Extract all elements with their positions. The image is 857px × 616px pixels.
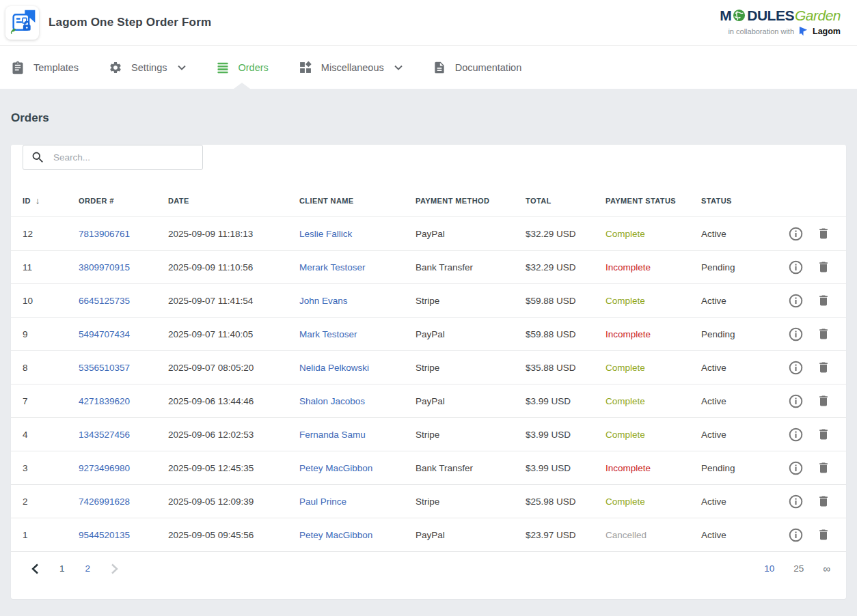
cell-payment-method: Stripe — [416, 430, 526, 440]
table-body: 12 7813906761 2025-09-09 11:18:13 Leslie… — [11, 217, 846, 552]
cell-total: $32.29 USD — [526, 229, 606, 239]
delete-button[interactable] — [817, 260, 830, 275]
details-button[interactable] — [788, 293, 804, 309]
order-number-link[interactable]: 1343527456 — [79, 430, 130, 440]
column-header-status[interactable]: STATUS — [701, 197, 778, 205]
details-button[interactable] — [788, 360, 804, 376]
modulesgarden-logo[interactable]: M DULES Garden in collaboration with Lag… — [720, 8, 841, 38]
client-name-link[interactable]: Shalon Jacobos — [299, 396, 365, 406]
details-button[interactable] — [788, 460, 804, 476]
nav-label-templates: Templates — [33, 62, 79, 73]
details-button[interactable] — [788, 226, 804, 242]
column-header-id[interactable]: ID ↓ — [23, 195, 79, 206]
delete-button[interactable] — [817, 494, 830, 509]
app-header: Lagom One Step Order Form M DULES Garden… — [0, 0, 857, 46]
sort-desc-icon: ↓ — [36, 195, 40, 206]
client-name-link[interactable]: Mark Testoser — [299, 329, 357, 339]
payment-status-badge: Incomplete — [606, 463, 701, 473]
nav-item-miscellaneous[interactable]: Miscellaneous — [299, 46, 403, 89]
cell-id: 12 — [23, 229, 79, 239]
delete-button[interactable] — [817, 393, 830, 408]
delete-button[interactable] — [817, 427, 830, 442]
column-header-order[interactable]: ORDER # — [79, 197, 168, 205]
cell-id: 11 — [23, 262, 79, 272]
order-number-link[interactable]: 5494707434 — [79, 329, 130, 339]
order-number-link[interactable]: 4271839620 — [79, 396, 130, 406]
delete-button[interactable] — [817, 326, 830, 341]
nav-label-miscellaneous: Miscellaneous — [321, 62, 384, 73]
cell-payment-method: PayPal — [416, 229, 526, 239]
table-row: 1 9544520135 2025-09-05 09:45:56 Petey M… — [11, 518, 846, 552]
payment-status-badge: Incomplete — [606, 329, 701, 339]
page-number-1[interactable]: 1 — [59, 563, 65, 574]
client-name-link[interactable]: Petey MacGibbon — [299, 530, 372, 540]
column-header-date[interactable]: DATE — [168, 197, 299, 205]
details-button[interactable] — [788, 260, 804, 275]
nav-label-orders: Orders — [239, 62, 269, 73]
page-size-selector: 10 25 ∞ — [764, 563, 830, 574]
order-number-link[interactable]: 7426991628 — [79, 496, 130, 507]
client-name-link[interactable]: Nelida Pelkowski — [299, 363, 369, 373]
column-header-total[interactable]: TOTAL — [526, 197, 606, 205]
page-size-25[interactable]: 25 — [793, 563, 804, 574]
delete-button[interactable] — [817, 527, 830, 542]
payment-status-badge: Complete — [606, 430, 701, 440]
order-number-link[interactable]: 9273496980 — [79, 463, 130, 473]
client-name-link[interactable]: Merark Testoser — [299, 262, 366, 272]
nav-item-settings[interactable]: Settings — [109, 46, 185, 89]
delete-button[interactable] — [817, 226, 830, 241]
table-row: 7 4271839620 2025-09-06 13:44:46 Shalon … — [11, 384, 846, 418]
page-number-2[interactable]: 2 — [85, 563, 91, 574]
details-button[interactable] — [788, 427, 804, 443]
pagination-bar: 1 2 10 25 ∞ — [11, 552, 846, 585]
page-size-10[interactable]: 10 — [764, 563, 774, 574]
lagom-logo-icon — [798, 26, 808, 38]
cell-payment-method: Bank Transfer — [416, 463, 526, 473]
trash-icon — [817, 260, 830, 275]
table-row: 11 3809970915 2025-09-09 11:10:56 Merark… — [11, 251, 846, 284]
nav-item-templates[interactable]: Templates — [11, 46, 79, 89]
client-name-link[interactable]: Petey MacGibbon — [299, 463, 372, 473]
client-name-link[interactable]: Paul Prince — [299, 496, 346, 507]
column-header-payment-status[interactable]: PAYMENT STATUS — [606, 197, 701, 205]
column-header-method[interactable]: PAYMENT METHOD — [416, 197, 526, 205]
client-name-link[interactable]: John Evans — [299, 296, 348, 306]
order-number-link[interactable]: 9544520135 — [79, 530, 130, 540]
order-number-link[interactable]: 7813906761 — [79, 229, 130, 239]
order-number-link[interactable]: 3809970915 — [79, 262, 130, 272]
module-nav: Templates Settings Orders — [0, 46, 857, 89]
cell-id: 4 — [23, 430, 79, 440]
details-button[interactable] — [788, 494, 804, 509]
nav-item-documentation[interactable]: Documentation — [433, 46, 522, 89]
order-number-link[interactable]: 6645125735 — [79, 296, 130, 306]
cell-id: 2 — [23, 496, 79, 507]
next-page-icon[interactable] — [111, 563, 118, 574]
cell-date: 2025-09-05 12:09:39 — [168, 496, 299, 507]
delete-button[interactable] — [817, 293, 830, 308]
cell-id: 1 — [23, 530, 79, 540]
client-name-link[interactable]: Fernanda Samu — [299, 430, 366, 440]
trash-icon — [817, 360, 830, 375]
list-icon — [216, 61, 230, 74]
column-header-client[interactable]: CLIENT NAME — [299, 197, 416, 205]
gear-icon — [109, 61, 122, 74]
nav-item-orders[interactable]: Orders — [216, 46, 269, 89]
details-button[interactable] — [788, 326, 804, 342]
cell-status: Active — [701, 496, 778, 507]
delete-button[interactable] — [817, 460, 830, 475]
search-input[interactable] — [23, 145, 203, 170]
info-icon — [788, 293, 804, 309]
page-title: Lagom One Step Order Form — [49, 16, 211, 29]
active-tab-pointer — [234, 83, 250, 89]
brand-partner-text: Lagom — [813, 27, 841, 36]
client-name-link[interactable]: Leslie Fallick — [299, 229, 352, 239]
prev-page-icon[interactable] — [31, 563, 39, 574]
details-button[interactable] — [788, 527, 804, 543]
orders-card: ID ↓ ORDER # DATE CLIENT NAME PAYMENT ME… — [11, 145, 846, 599]
page-size-unlimited[interactable]: ∞ — [823, 563, 830, 574]
delete-button[interactable] — [817, 360, 830, 375]
cell-payment-method: Bank Transfer — [416, 262, 526, 272]
details-button[interactable] — [788, 393, 804, 409]
order-number-link[interactable]: 5356510357 — [79, 363, 130, 373]
cell-status: Active — [701, 363, 778, 373]
